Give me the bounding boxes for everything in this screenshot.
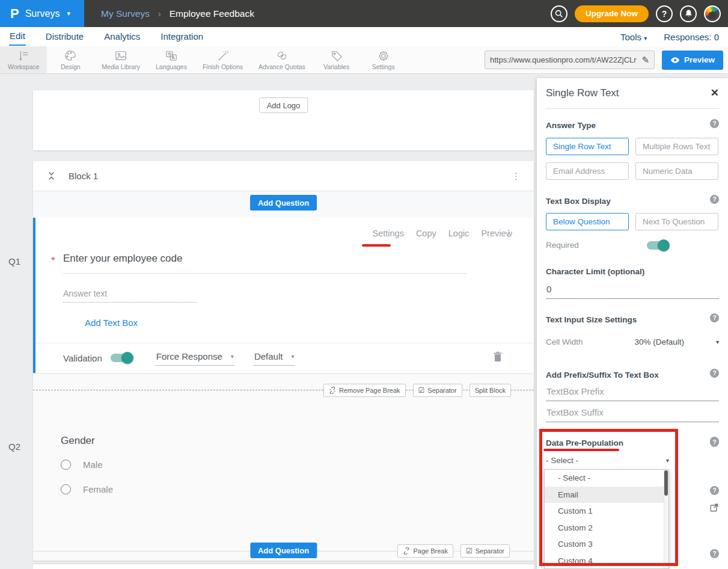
tab-integration[interactable]: Integration: [160, 29, 204, 45]
responses-count[interactable]: Responses: 0: [664, 32, 719, 42]
add-question-button-top[interactable]: Add Question: [250, 195, 317, 211]
dropdown-scrollbar[interactable]: [664, 470, 668, 568]
checkbox-icon: ☑: [418, 386, 425, 395]
breadcrumb: My Surveys › Employee Feedback: [101, 8, 254, 19]
preview-button[interactable]: Preview: [662, 51, 723, 70]
remove-page-break-button[interactable]: Remove Page Break: [323, 384, 406, 397]
chevron-down-icon: ▾: [67, 10, 70, 17]
answer-type-numeric[interactable]: Numeric Data: [635, 162, 718, 180]
help-icon[interactable]: ?: [710, 313, 719, 322]
answer-type-section: Answer Type ?: [546, 120, 719, 131]
toolbar-item-design[interactable]: Design: [47, 46, 94, 73]
edit-link-icon[interactable]: ✎: [641, 55, 649, 66]
dropdown-option-select[interactable]: - Select -: [545, 470, 668, 487]
answer-type-email[interactable]: Email Address: [546, 162, 629, 180]
question-tab-logic[interactable]: Logic: [448, 229, 470, 238]
toolbar-item-media-library[interactable]: Media Library: [94, 46, 148, 73]
upgrade-now-button[interactable]: Upgrade Now: [575, 5, 649, 22]
radio-label[interactable]: Female: [83, 484, 113, 494]
close-icon[interactable]: ✕: [711, 87, 719, 99]
display-next-to-question[interactable]: Next To Question: [635, 213, 718, 230]
help-button[interactable]: ?: [656, 5, 673, 22]
display-below-question[interactable]: Below Question: [546, 213, 629, 230]
toolbar-item-label: Finish Options: [203, 63, 243, 70]
toolbar-item-workspace[interactable]: Workspace: [0, 46, 47, 73]
notifications-button[interactable]: [680, 5, 697, 22]
block-title[interactable]: Block 1: [69, 171, 98, 181]
toolbar-item-advance-quotas[interactable]: Advance Quotas: [251, 46, 313, 73]
textbox-prefix-input[interactable]: [546, 385, 719, 401]
validation-toggle[interactable]: [111, 354, 132, 362]
dropdown-option-custom1[interactable]: Custom 1: [545, 503, 668, 520]
required-toggle[interactable]: [647, 241, 668, 250]
toggle-knob: [121, 352, 133, 364]
tab-edit[interactable]: Edit: [9, 28, 26, 46]
chevron-down-icon[interactable]: ▾: [716, 339, 719, 345]
question-tab-copy[interactable]: Copy: [416, 229, 436, 238]
toolbar-item-label: Media Library: [102, 63, 140, 70]
character-limit-input[interactable]: [546, 283, 719, 299]
search-button[interactable]: [551, 5, 567, 22]
toolbar-item-settings[interactable]: Settings: [360, 46, 407, 73]
external-link-button[interactable]: [709, 503, 719, 515]
default-select[interactable]: Default ▾: [253, 350, 296, 366]
question-text-q1[interactable]: Enter your employee code: [63, 253, 182, 265]
help-icon[interactable]: ?: [710, 486, 719, 495]
add-text-box-link[interactable]: Add Text Box: [85, 318, 138, 328]
page-break-button[interactable]: Page Break: [397, 544, 453, 558]
radio-button[interactable]: [61, 484, 71, 494]
question-tab-settings[interactable]: Settings: [372, 229, 403, 238]
block-menu-button[interactable]: ⋮: [512, 171, 521, 180]
collapse-block-button[interactable]: [47, 170, 55, 182]
breadcrumb-my-surveys[interactable]: My Surveys: [101, 8, 150, 19]
account-avatar[interactable]: [704, 5, 721, 22]
help-icon[interactable]: ?: [710, 549, 719, 558]
help-icon[interactable]: ?: [710, 119, 719, 128]
answer-text-underline: [63, 302, 197, 303]
textbox-suffix-input[interactable]: [546, 406, 719, 422]
delete-question-button[interactable]: [493, 351, 503, 364]
panel-title: Single Row Text: [546, 87, 719, 99]
help-icon[interactable]: ?: [710, 438, 719, 447]
tools-menu[interactable]: Tools ▾: [620, 32, 647, 42]
toolbar-item-languages[interactable]: Languages: [148, 46, 195, 73]
radio-label[interactable]: Male: [83, 460, 103, 470]
answer-type-multiple-rows[interactable]: Multiple Rows Text: [635, 138, 718, 155]
radio-button[interactable]: [61, 460, 71, 470]
data-pre-population-select[interactable]: - Select - ▾: [546, 456, 669, 465]
data-pre-population-section: Data Pre-Population ?: [546, 437, 719, 448]
toolbar-item-finish-options[interactable]: Finish Options: [195, 46, 251, 73]
cell-width-value: 30% (Default): [635, 337, 685, 346]
toolbar-item-variables[interactable]: Variables: [313, 46, 360, 73]
add-question-button-bottom[interactable]: Add Question: [250, 543, 317, 558]
block-bottom-row: Add Question Page Break ☑ Separator: [33, 543, 534, 561]
force-response-select[interactable]: Force Response ▾: [155, 350, 235, 366]
product-switcher[interactable]: P Surveys ▾: [0, 0, 84, 27]
dropdown-option-email[interactable]: Email: [545, 487, 668, 503]
annotation-underline: [543, 449, 619, 451]
split-block-button[interactable]: Split Block: [470, 384, 511, 397]
dropdown-option-custom4[interactable]: Custom 4: [545, 553, 668, 569]
separator-button-bottom[interactable]: ☑ Separator: [460, 544, 510, 558]
add-logo-button[interactable]: Add Logo: [259, 97, 308, 113]
tab-analytics[interactable]: Analytics: [103, 29, 141, 45]
cell-width-row: Cell Width 30% (Default) ▾: [546, 337, 719, 346]
answer-type-single-row[interactable]: Single Row Text: [546, 138, 629, 155]
dropdown-scrollbar-thumb[interactable]: [664, 470, 668, 496]
separator-button-top[interactable]: ☑ Separator: [413, 384, 462, 397]
dropdown-option-custom3[interactable]: Custom 3: [545, 536, 668, 553]
help-icon[interactable]: ?: [710, 195, 719, 204]
required-row: Required: [546, 241, 719, 250]
question-text-q2[interactable]: Gender: [61, 435, 95, 447]
question-number-q2: Q2: [8, 441, 20, 452]
tab-distribute[interactable]: Distribute: [45, 29, 84, 45]
help-icon[interactable]: ?: [710, 369, 719, 378]
survey-link-input[interactable]: [490, 55, 641, 64]
page-break-row: Remove Page Break ☑ Separator Split Bloc…: [33, 384, 534, 397]
chevron-down-icon: ▾: [291, 353, 294, 360]
answer-type-options: Single Row Text Multiple Rows Text Email…: [546, 138, 719, 180]
dropdown-option-custom2[interactable]: Custom 2: [545, 520, 668, 537]
question-menu-button[interactable]: ⋮: [504, 229, 513, 238]
survey-link-box: ✎: [485, 51, 655, 69]
answer-text-placeholder[interactable]: Answer text: [63, 289, 107, 298]
